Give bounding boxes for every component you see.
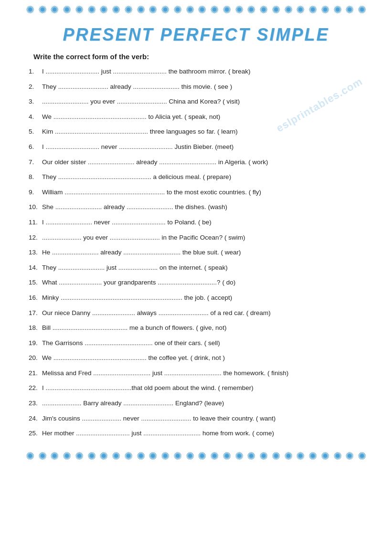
sun-icon: ✺ <box>333 4 342 16</box>
sun-icon: ✺ <box>358 4 366 16</box>
sun-icon: ✺ <box>198 450 206 463</box>
sun-icon: ✺ <box>345 450 354 463</box>
list-item: 1.I .............................. just … <box>29 66 373 77</box>
sun-icon: ✺ <box>259 450 268 463</box>
sun-icon: ✺ <box>321 450 329 463</box>
list-item: 7.Our older sister .....................… <box>29 157 373 168</box>
sun-icon: ✺ <box>63 4 71 16</box>
exercise-text: Our older sister .......................… <box>42 157 373 168</box>
exercise-text: They .......................... just ...… <box>42 263 373 273</box>
sun-icon: ✺ <box>272 4 280 16</box>
sun-icon: ✺ <box>186 4 194 16</box>
list-item: 18.Bill ................................… <box>29 323 373 333</box>
list-item: 20.We ..................................… <box>29 353 373 363</box>
exercise-number: 2. <box>29 82 42 92</box>
list-item: 2.They ............................ alre… <box>29 82 373 92</box>
list-item: 21.Melissa and Fred ....................… <box>29 368 373 379</box>
sun-icon: ✺ <box>296 4 305 16</box>
exercise-text: Melissa and Fred .......................… <box>42 368 373 379</box>
top-border: ✺ ✺ ✺ ✺ ✺ ✺ ✺ ✺ ✺ ✺ ✺ ✺ ✺ ✺ ✺ ✺ ✺ ✺ ✺ ✺ … <box>19 0 373 20</box>
sun-icon: ✺ <box>284 450 293 463</box>
exercise-text: She .......................... already .… <box>42 202 373 212</box>
sun-icon: ✺ <box>210 450 219 463</box>
exercise-number: 11. <box>29 217 42 228</box>
sun-icon: ✺ <box>75 450 84 463</box>
list-item: 11.I .......................... never ..… <box>29 217 373 228</box>
exercise-text: William ................................… <box>42 187 373 198</box>
sun-icon: ✺ <box>222 4 231 16</box>
exercise-text: I ......................................… <box>42 383 373 393</box>
sun-icon: ✺ <box>186 450 194 463</box>
sun-icon: ✺ <box>99 4 108 16</box>
sun-icon: ✺ <box>124 4 133 16</box>
list-item: 3........................... you ever ..… <box>29 96 373 107</box>
sun-icon: ✺ <box>247 450 255 463</box>
sun-icon: ✺ <box>345 4 354 16</box>
exercise-text: They ...................................… <box>42 172 373 182</box>
sun-icon: ✺ <box>38 450 47 463</box>
sun-icon: ✺ <box>235 4 244 16</box>
sun-icon: ✺ <box>173 450 182 463</box>
exercise-number: 10. <box>29 202 42 212</box>
exercise-number: 19. <box>29 338 42 348</box>
sun-icon: ✺ <box>26 450 34 463</box>
list-item: 5.Kim ..................................… <box>29 126 373 137</box>
list-item: 19.The Garrisons .......................… <box>29 338 373 348</box>
exercise-text: We .....................................… <box>42 353 373 363</box>
page: ✺ ✺ ✺ ✺ ✺ ✺ ✺ ✺ ✺ ✺ ✺ ✺ ✺ ✺ ✺ ✺ ✺ ✺ ✺ ✺ … <box>0 0 392 558</box>
sun-icon: ✺ <box>50 450 59 463</box>
exercise-text: Her mother .............................… <box>42 428 373 439</box>
exercise-number: 25. <box>29 428 42 439</box>
exercise-number: 1. <box>29 66 42 77</box>
list-item: 12....................... you ever .....… <box>29 232 373 243</box>
exercise-number: 3. <box>29 96 42 107</box>
exercise-number: 18. <box>29 323 42 333</box>
list-item: 17.Our niece Danny .....................… <box>29 308 373 318</box>
exercise-text: Bill ...................................… <box>42 323 373 333</box>
sun-icon: ✺ <box>235 450 244 463</box>
exercise-number: 13. <box>29 247 42 258</box>
exercise-text: What ........................ your grand… <box>42 277 373 288</box>
exercise-text: ...................... Barry already ...… <box>42 398 373 409</box>
list-item: 4.We ...................................… <box>29 112 373 122</box>
sun-icon: ✺ <box>272 450 280 463</box>
exercise-text: Our niece Danny ........................… <box>42 308 373 318</box>
exercise-number: 15. <box>29 277 42 288</box>
sun-icon: ✺ <box>321 4 329 16</box>
exercise-text: The Garrisons ..........................… <box>42 338 373 348</box>
list-item: 9.William ..............................… <box>29 187 373 198</box>
sun-icon: ✺ <box>38 4 47 16</box>
sun-icon: ✺ <box>284 4 293 16</box>
sun-icon: ✺ <box>137 4 145 16</box>
sun-icon: ✺ <box>358 450 366 463</box>
list-item: 23....................... Barry already … <box>29 398 373 409</box>
sun-icon: ✺ <box>308 4 317 16</box>
sun-icon: ✺ <box>247 4 255 16</box>
list-item: 6.I .............................. never… <box>29 142 373 152</box>
sun-icon: ✺ <box>148 450 157 463</box>
exercise-text: ...................... you ever ........… <box>42 232 373 243</box>
list-item: 15.What ........................ your gr… <box>29 277 373 288</box>
sun-icon: ✺ <box>87 450 96 463</box>
exercise-text: We .....................................… <box>42 112 373 122</box>
sun-icon: ✺ <box>99 450 108 463</box>
sun-icon: ✺ <box>308 450 317 463</box>
sun-icon: ✺ <box>148 4 157 16</box>
page-title: PRESENT PERFECT SIMPLE <box>19 20 373 49</box>
exercise-text: I .............................. just ..… <box>42 66 373 77</box>
exercise-number: 4. <box>29 112 42 122</box>
exercise-number: 8. <box>29 172 42 182</box>
page-subtitle: Write the correct form of the verb: <box>33 53 373 61</box>
sun-icon: ✺ <box>26 4 34 16</box>
exercise-number: 5. <box>29 126 42 137</box>
exercise-text: He .......................... already ..… <box>42 247 373 258</box>
sun-icon: ✺ <box>75 4 84 16</box>
exercise-text: I .............................. never .… <box>42 142 373 152</box>
sun-icon: ✺ <box>333 450 342 463</box>
list-item: 13.He .......................... already… <box>29 247 373 258</box>
sun-icon: ✺ <box>124 450 133 463</box>
exercise-list: 1.I .............................. just … <box>29 66 373 439</box>
sun-icon: ✺ <box>87 4 96 16</box>
sun-icon: ✺ <box>63 450 71 463</box>
exercise-number: 23. <box>29 398 42 409</box>
